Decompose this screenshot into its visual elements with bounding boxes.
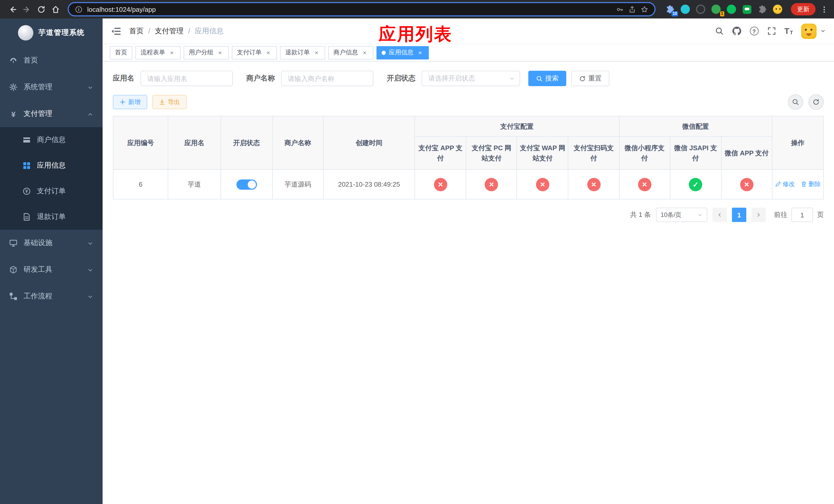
sidebar-collapse-icon[interactable] [111, 26, 121, 36]
sidebar-item-label: 工作流程 [24, 292, 52, 301]
toolbar-right [788, 94, 824, 110]
app-logo[interactable]: 芋道管理系统 [0, 19, 103, 47]
password-key-icon[interactable] [616, 5, 624, 13]
wx-jsapi-status-icon [689, 178, 702, 191]
extension-wechat-icon[interactable] [726, 4, 737, 14]
app-name-input[interactable] [140, 71, 233, 86]
sidebar-item-label: 商户信息 [37, 135, 66, 144]
help-icon[interactable] [749, 26, 759, 36]
close-icon[interactable] [216, 49, 224, 56]
goto-page-input[interactable] [791, 208, 813, 222]
tab-user-group[interactable]: 用户分组 [184, 46, 229, 59]
tab-process-form[interactable]: 流程表单 [135, 46, 180, 59]
extension-profile-icon[interactable]: 1 [711, 4, 721, 14]
status-label: 开启状态 [387, 74, 415, 83]
close-icon[interactable] [361, 49, 368, 56]
merchant-name-input[interactable] [281, 71, 373, 86]
status-toggle[interactable] [236, 179, 257, 189]
sidebar-item-dev-tools[interactable]: 研发工具 [0, 256, 103, 283]
sidebar-item-infrastructure[interactable]: 基础设施 [0, 230, 103, 256]
column-header-wx-jsapi: 微信 JSAPI 支付 [670, 137, 721, 169]
close-icon[interactable] [313, 49, 320, 56]
column-header-created: 创建时间 [323, 116, 415, 169]
tab-pay-orders[interactable]: 支付订单 [232, 46, 277, 59]
share-icon[interactable] [628, 5, 636, 13]
fullscreen-icon[interactable] [767, 26, 776, 36]
extension-puzzle2-icon[interactable] [757, 4, 767, 14]
tab-home[interactable]: 首页 [110, 46, 132, 59]
extension-dark-icon[interactable] [696, 4, 706, 14]
close-icon[interactable] [265, 49, 272, 56]
column-header-merchant: 商户名称 [272, 116, 323, 169]
browser-refresh-button[interactable] [34, 2, 48, 17]
sidebar-item-workflow[interactable]: 工作流程 [0, 283, 103, 310]
page-size-select[interactable]: 10条/页 [656, 208, 707, 222]
browser-menu-icon[interactable] [820, 5, 829, 13]
extension-badge: 1 [720, 11, 724, 17]
pagination-total: 共 1 条 [630, 210, 651, 220]
search-icon[interactable] [715, 26, 724, 36]
extension-emoji-icon[interactable] [772, 4, 783, 14]
cell-created: 2021-10-23 08:49:25 [323, 169, 415, 199]
app-name-label: 应用名 [113, 74, 134, 83]
edit-button[interactable]: 修改 [775, 180, 795, 189]
extension-icons: 10 1 [665, 4, 783, 14]
edit-icon [775, 181, 781, 187]
breadcrumb-payment[interactable]: 支付管理 [144, 26, 184, 36]
close-icon[interactable] [168, 49, 175, 56]
search-button[interactable]: 搜索 [528, 71, 566, 86]
column-group-wechat: 微信配置 [619, 116, 772, 137]
chevron-down-icon [509, 76, 515, 81]
extension-teal-icon[interactable] [680, 4, 690, 14]
sidebar-item-pay-orders[interactable]: 支付订单 [0, 178, 103, 204]
navbar-actions [715, 23, 826, 39]
search-icon [792, 98, 799, 106]
breadcrumb-home[interactable]: 首页 [129, 26, 144, 36]
toggle-search-button[interactable] [788, 94, 803, 110]
refresh-table-button[interactable] [808, 94, 824, 110]
browser-forward-button[interactable] [20, 2, 34, 17]
delete-button[interactable]: 删除 [801, 180, 821, 189]
sidebar-item-label: 支付管理 [24, 109, 52, 118]
browser-home-button[interactable] [48, 2, 63, 17]
column-header-alipay-qr: 支付宝扫码支付 [568, 137, 619, 169]
export-button[interactable]: 导出 [152, 95, 187, 109]
tab-refund-orders[interactable]: 退款订单 [280, 46, 325, 59]
sidebar-item-merchant-info[interactable]: 商户信息 [0, 127, 103, 153]
page-size-value: 10条/页 [661, 210, 681, 219]
reset-button[interactable]: 重置 [571, 71, 609, 86]
column-header-alipay-wap: 支付宝 WAP 网站支付 [517, 137, 568, 169]
prev-page-button[interactable] [712, 208, 727, 222]
tab-app-info[interactable]: 应用信息 [376, 46, 429, 59]
browser-update-button[interactable]: 更新 [791, 3, 815, 15]
sidebar-item-home[interactable]: 首页 [0, 47, 103, 74]
next-page-button[interactable] [751, 208, 766, 222]
box-icon [9, 266, 18, 274]
user-menu[interactable] [801, 23, 826, 39]
page-number-1[interactable]: 1 [732, 208, 746, 222]
sidebar-item-label: 支付订单 [37, 187, 66, 196]
search-icon [536, 75, 543, 82]
extension-chat-icon[interactable] [742, 4, 752, 14]
tags-view-bar: 首页 流程表单 用户分组 支付订单 退款订单 商户信息 应用信息 [103, 44, 834, 62]
site-info-icon[interactable] [75, 5, 83, 13]
sidebar-item-refund-orders[interactable]: 退款订单 [0, 204, 103, 230]
add-button[interactable]: 新增 [113, 95, 147, 109]
tab-merchant-info[interactable]: 商户信息 [328, 46, 373, 59]
chevron-down-icon [87, 293, 93, 299]
sidebar-item-app-info[interactable]: 应用信息 [0, 153, 103, 178]
alipay-pc-status-icon [485, 178, 498, 191]
github-icon[interactable] [732, 26, 741, 36]
extension-puzzle-icon[interactable]: 10 [665, 4, 675, 14]
font-size-icon[interactable] [784, 27, 793, 35]
sidebar-item-payment[interactable]: 支付管理 [0, 100, 103, 127]
status-select[interactable]: 请选择开启状态 [422, 71, 520, 86]
browser-back-button[interactable] [5, 2, 20, 17]
sidebar-item-system[interactable]: 系统管理 [0, 74, 103, 100]
column-header-app-name: 应用名 [168, 116, 221, 169]
caret-down-icon [820, 26, 826, 36]
bookmark-star-icon[interactable] [641, 5, 648, 13]
chevron-left-icon [717, 212, 723, 218]
close-icon[interactable] [416, 49, 424, 56]
address-bar[interactable]: localhost:1024/pay/app [68, 2, 656, 17]
